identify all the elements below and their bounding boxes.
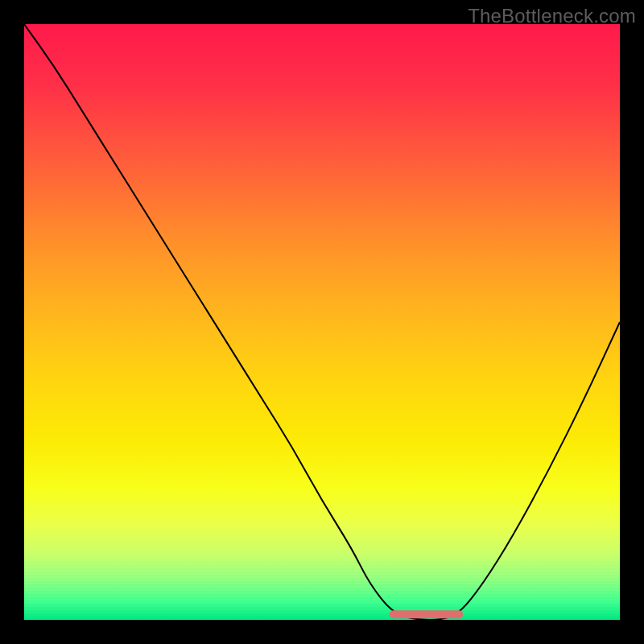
plot-area [24, 24, 620, 620]
curve-svg [24, 24, 620, 620]
watermark-text: TheBottleneck.com [468, 5, 636, 27]
chart-frame: TheBottleneck.com [0, 0, 644, 644]
bottleneck-curve [24, 24, 620, 620]
